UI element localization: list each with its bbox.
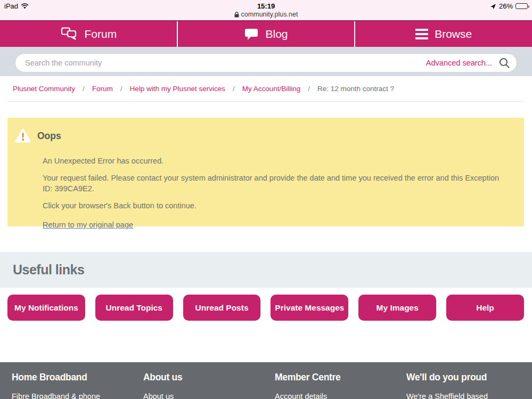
url-text: community.plus.net: [241, 11, 298, 18]
ios-status-bar: iPad 15:19 community.plus.net: [0, 0, 532, 20]
battery-icon: [515, 3, 528, 9]
search-icon[interactable]: [498, 57, 510, 69]
footer-text-sheffield: We're a Sheffield based: [406, 392, 532, 399]
breadcrumb-separator: /: [308, 85, 310, 93]
page-footer: Home Broadband Fibre Broadband & phone A…: [0, 362, 532, 399]
safari-page: iPad 15:19 community.plus.net: [0, 0, 532, 399]
spacer: [0, 226, 532, 252]
location-arrow-icon: [490, 3, 496, 10]
alert-line-1: An Unexpected Error has occurred.: [43, 156, 508, 166]
footer-heading: We'll do you proud: [406, 372, 532, 383]
alert-line-3: Click your browser's Back button to cont…: [43, 200, 508, 211]
useful-links-band: Useful links: [0, 252, 532, 288]
footer-heading: Member Centre: [275, 372, 395, 383]
breadcrumb-link-help[interactable]: Help with my Plusnet services: [130, 85, 225, 93]
warning-triangle-icon: [15, 128, 31, 143]
breadcrumb-separator: /: [120, 85, 122, 93]
useful-links-buttons: My Notifications Unread Topics Unread Po…: [0, 295, 532, 321]
footer-col-proud: We'll do you proud We're a Sheffield bas…: [395, 372, 532, 399]
advanced-search-link[interactable]: Advanced search...: [426, 59, 492, 67]
footer-link-fibre-broadband[interactable]: Fibre Broadband & phone: [12, 392, 132, 399]
blog-bubble-icon: [244, 28, 259, 40]
battery-percent: 26%: [499, 2, 513, 10]
breadcrumb-current-topic: Re: 12 month contract ?: [317, 85, 394, 93]
breadcrumb-separator: /: [233, 85, 235, 93]
breadcrumb-link-community[interactable]: Plusnet Community: [13, 85, 75, 93]
alert-line-2: Your request failed. Please contact your…: [43, 173, 508, 194]
footer-col-about-us: About us About us: [132, 372, 263, 399]
footer-columns: Home Broadband Fibre Broadband & phone A…: [0, 372, 532, 399]
address-bar[interactable]: community.plus.net: [0, 11, 532, 18]
footer-link-about-us[interactable]: About us: [143, 392, 263, 399]
footer-heading: Home Broadband: [12, 372, 132, 383]
nav-label: Forum: [84, 28, 117, 40]
help-button[interactable]: Help: [446, 295, 524, 321]
main-nav: Forum Blog Browse: [0, 20, 532, 47]
clock: 15:19: [0, 2, 532, 10]
nav-item-browse[interactable]: Browse: [354, 21, 532, 47]
search-band: Advanced search...: [0, 47, 532, 76]
nav-item-blog[interactable]: Blog: [177, 21, 355, 47]
breadcrumb: Plusnet Community / Forum / Help with my…: [8, 76, 524, 102]
my-images-button[interactable]: My Images: [358, 295, 436, 321]
alert-title: Oops: [37, 131, 61, 142]
useful-links-title: Useful links: [13, 262, 84, 278]
search-pill: Advanced search...: [15, 53, 517, 72]
private-messages-button[interactable]: Private Messages: [271, 295, 348, 321]
footer-col-member-centre: Member Centre Account details: [263, 372, 395, 399]
alert-body: An Unexpected Error has occurred. Your r…: [15, 156, 508, 230]
nav-item-forum[interactable]: Forum: [0, 21, 177, 47]
breadcrumb-separator: /: [83, 85, 85, 93]
spacer: [0, 321, 532, 362]
footer-col-home-broadband: Home Broadband Fibre Broadband & phone: [0, 372, 132, 399]
footer-link-account-details[interactable]: Account details: [275, 392, 395, 399]
alert-header: Oops: [15, 128, 508, 143]
nav-label: Blog: [265, 28, 288, 40]
nav-label: Browse: [435, 28, 472, 40]
my-notifications-button[interactable]: My Notifications: [7, 295, 85, 321]
breadcrumb-row: Plusnet Community / Forum / Help with my…: [0, 76, 532, 102]
padlock-icon: [234, 12, 239, 18]
spacer: [0, 102, 532, 118]
unread-topics-button[interactable]: Unread Topics: [95, 295, 173, 321]
breadcrumb-link-forum[interactable]: Forum: [92, 85, 113, 93]
spacer: [0, 288, 532, 295]
hamburger-icon: [415, 29, 428, 39]
return-to-original-page-link[interactable]: Return to my original page: [43, 219, 133, 230]
footer-heading: About us: [143, 372, 263, 383]
breadcrumb-link-account-billing[interactable]: My Account/Billing: [242, 85, 301, 93]
forum-bubbles-icon: [60, 27, 78, 41]
error-alert-box: Oops An Unexpected Error has occurred. Y…: [7, 118, 524, 226]
unread-posts-button[interactable]: Unread Posts: [183, 295, 261, 321]
search-input[interactable]: [25, 59, 426, 67]
status-right: 26%: [490, 2, 528, 10]
